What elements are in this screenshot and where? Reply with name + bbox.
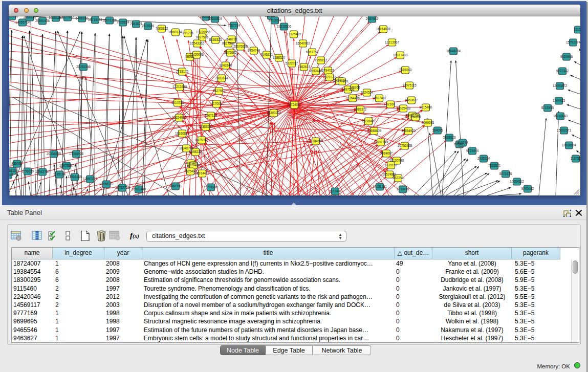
svg-text:9115460: 9115460: [420, 105, 432, 109]
svg-text:919744: 919744: [457, 141, 468, 144]
svg-text:1145194: 1145194: [53, 172, 66, 176]
svg-text:23420046: 23420046: [189, 53, 204, 56]
svg-text:20364436: 20364436: [345, 96, 360, 100]
svg-text:9777169: 9777169: [336, 79, 349, 83]
svg-text:6794028: 6794028: [322, 69, 335, 72]
svg-text:9699695: 9699695: [422, 121, 434, 124]
svg-text:1244415: 1244415: [553, 99, 565, 102]
svg-text:14055714: 14055714: [15, 20, 30, 24]
svg-text:19384554: 19384554: [309, 139, 323, 143]
svg-text:5322037: 5322037: [286, 61, 298, 65]
svg-text:16640910: 16640910: [296, 41, 311, 45]
svg-text:16782759: 16782759: [115, 186, 130, 189]
svg-text:3624554: 3624554: [361, 91, 374, 94]
svg-text:2087682: 2087682: [366, 17, 379, 20]
svg-text:12975115: 12975115: [402, 83, 417, 87]
svg-text:8878352: 8878352: [195, 138, 208, 142]
svg-text:9227342: 9227342: [556, 69, 569, 73]
svg-text:7485063: 7485063: [399, 68, 412, 72]
svg-text:417001: 417001: [211, 102, 222, 105]
svg-text:6466160: 6466160: [76, 16, 89, 20]
svg-text:5875685: 5875685: [224, 51, 237, 54]
svg-text:5938923: 5938923: [443, 136, 456, 139]
svg-text:16154808: 16154808: [376, 27, 391, 31]
svg-text:7663821: 7663821: [130, 22, 143, 26]
svg-text:7357224: 7357224: [228, 24, 241, 27]
svg-text:8186323: 8186323: [209, 38, 222, 41]
svg-text:12505135: 12505135: [68, 175, 82, 179]
svg-text:16543362: 16543362: [190, 41, 205, 45]
svg-text:12213967: 12213967: [385, 40, 400, 44]
svg-text:12353594: 12353594: [199, 125, 213, 128]
svg-text:252254: 252254: [393, 176, 404, 180]
svg-text:8427552: 8427552: [213, 89, 226, 93]
svg-text:7515524: 7515524: [117, 20, 129, 24]
svg-text:14136141: 14136141: [373, 185, 387, 188]
svg-text:391591: 391591: [9, 173, 14, 177]
svg-text:164095: 164095: [432, 128, 443, 132]
svg-text:9084067: 9084067: [380, 151, 393, 155]
svg-text:546721: 546721: [226, 37, 237, 41]
svg-text:19654923: 19654923: [401, 129, 416, 133]
svg-text:746266: 746266: [349, 85, 360, 89]
svg-text:9474444: 9474444: [466, 149, 479, 152]
svg-text:1733426: 1733426: [397, 187, 409, 191]
svg-text:19524851: 19524851: [382, 172, 397, 176]
svg-text:835061: 835061: [11, 162, 23, 165]
svg-text:7986372: 7986372: [354, 107, 367, 111]
svg-text:1621072: 1621072: [323, 75, 336, 79]
svg-text:8454749: 8454749: [248, 49, 260, 52]
svg-text:1156829: 1156829: [21, 169, 34, 173]
svg-text:20206535: 20206535: [47, 152, 61, 156]
svg-text:9372448: 9372448: [329, 189, 342, 193]
svg-text:10654925: 10654925: [172, 116, 187, 119]
svg-text:2935114: 2935114: [477, 157, 490, 160]
svg-text:10719155: 10719155: [88, 18, 103, 21]
svg-text:891295: 891295: [182, 31, 193, 35]
svg-text:16923449: 16923449: [132, 187, 146, 191]
svg-text:10688609: 10688609: [367, 129, 382, 133]
svg-text:8215955: 8215955: [541, 106, 554, 110]
svg-text:10756928: 10756928: [398, 144, 412, 147]
svg-text:15716485: 15716485: [204, 185, 219, 189]
svg-text:1010755: 1010755: [171, 101, 184, 104]
svg-text:1615152: 1615152: [385, 163, 398, 167]
svg-text:10046756: 10046756: [179, 146, 194, 150]
svg-text:17359928: 17359928: [69, 152, 84, 156]
svg-text:20691406: 20691406: [35, 19, 50, 23]
svg-text:9146821: 9146821: [260, 53, 273, 56]
svg-text:29676608: 29676608: [233, 45, 248, 48]
svg-text:12093872: 12093872: [553, 84, 568, 87]
svg-text:15751074: 15751074: [566, 40, 580, 44]
svg-text:16033809: 16033809: [208, 17, 223, 20]
svg-text:9245652: 9245652: [521, 187, 534, 190]
svg-text:13226058: 13226058: [196, 30, 211, 34]
svg-text:15720407: 15720407: [361, 119, 376, 123]
svg-text:16210643: 16210643: [553, 114, 568, 118]
svg-text:9129966: 9129966: [560, 55, 573, 58]
svg-text:1527602: 1527602: [61, 16, 74, 19]
svg-text:8813054: 8813054: [269, 18, 281, 22]
svg-text:19218506: 19218506: [277, 25, 292, 28]
svg-text:6961758: 6961758: [306, 50, 319, 54]
svg-text:1629660: 1629660: [9, 16, 18, 18]
svg-text:9457791: 9457791: [169, 184, 182, 188]
svg-text:20053346: 20053346: [76, 65, 91, 69]
svg-text:9242848: 9242848: [220, 63, 232, 67]
svg-text:62160: 62160: [386, 102, 395, 106]
svg-text:7663822: 7663822: [156, 27, 168, 30]
svg-text:9463627: 9463627: [405, 98, 418, 102]
svg-text:19166827: 19166827: [175, 132, 190, 135]
svg-text:10958107: 10958107: [99, 182, 114, 186]
svg-text:1588520: 1588520: [273, 56, 286, 59]
svg-text:12213339: 12213339: [172, 85, 187, 89]
svg-text:8267130: 8267130: [205, 114, 217, 117]
svg-text:8990448: 8990448: [310, 69, 322, 73]
svg-text:254958: 254958: [410, 115, 421, 119]
svg-text:16671355: 16671355: [102, 18, 117, 22]
svg-text:25300203: 25300203: [267, 111, 281, 115]
svg-text:15692971: 15692971: [557, 128, 572, 132]
svg-text:18807249: 18807249: [374, 140, 388, 144]
svg-text:13325419: 13325419: [287, 32, 301, 36]
svg-text:17016504: 17016504: [562, 143, 577, 147]
